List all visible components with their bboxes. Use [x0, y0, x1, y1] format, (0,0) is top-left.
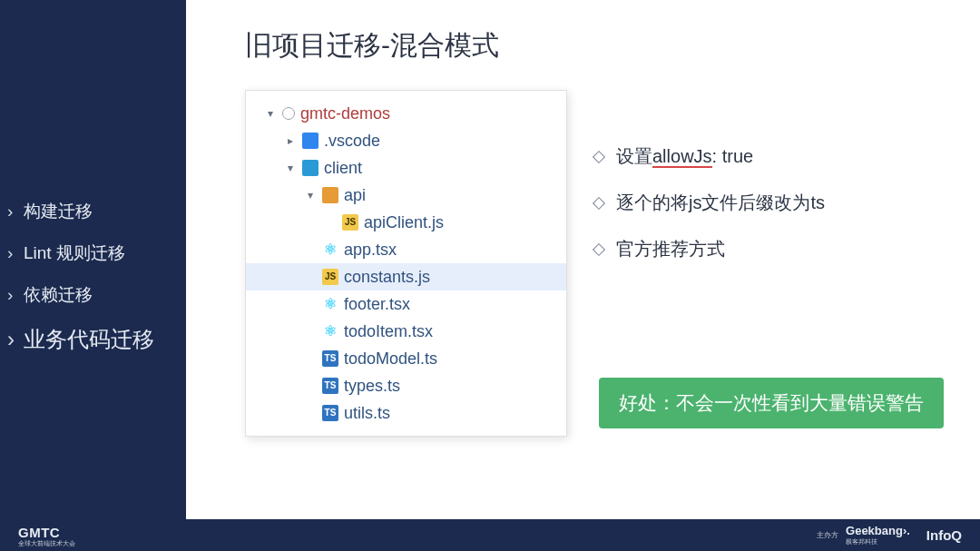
- tree-row[interactable]: TSutils.ts: [246, 399, 566, 427]
- tree-row[interactable]: .vscode: [246, 127, 566, 154]
- left-nav: ›构建迁移›Lint 规则迁移›依赖迁移›业务代码迁移: [0, 0, 186, 551]
- js-icon: JS: [342, 214, 358, 231]
- ts-icon: TS: [322, 350, 338, 367]
- brand-subtitle: 全球大前端技术大会: [18, 540, 75, 546]
- tree-row[interactable]: api: [246, 182, 566, 209]
- bullet-item: 逐个的将js文件后缀改为ts: [594, 191, 944, 215]
- content-card: 旧项目迁移-混合模式 gmtc-demos.vscodeclientapiJSa…: [186, 0, 980, 519]
- tree-row[interactable]: JSapiClient.js: [246, 209, 566, 236]
- file-name: utils.ts: [344, 405, 390, 421]
- tree-row[interactable]: TStypes.ts: [246, 372, 566, 399]
- file-name: gmtc-demos: [300, 105, 390, 122]
- file-name: app.tsx: [344, 241, 397, 258]
- bullet-item: 设置allowJs: true: [594, 144, 944, 169]
- nav-item-label: 构建迁移: [24, 200, 93, 223]
- geekbang-block: Geekbang›. 极客邦科技: [846, 524, 917, 546]
- nav-item[interactable]: ›Lint 规则迁移: [0, 232, 186, 274]
- nav-item[interactable]: ›业务代码迁移: [0, 316, 186, 363]
- diamond-bullet-icon: [593, 242, 605, 255]
- slide: ›构建迁移›Lint 规则迁移›依赖迁移›业务代码迁移 旧项目迁移-混合模式 g…: [0, 0, 980, 551]
- chevron-right-icon: ›: [7, 243, 16, 263]
- diamond-bullet-icon: [593, 150, 605, 162]
- page-title: 旧项目迁移-混合模式: [245, 27, 944, 64]
- react-icon: [322, 296, 338, 312]
- bullet-item: 官方推荐方式: [594, 237, 944, 261]
- tree-row[interactable]: todoItem.tsx: [246, 318, 566, 345]
- chevron-down-icon[interactable]: [284, 162, 297, 173]
- file-name: constants.js: [344, 269, 430, 285]
- js-icon: JS: [322, 269, 338, 285]
- folder-blue-icon: [302, 133, 318, 149]
- tree-row[interactable]: TStodoModel.ts: [246, 345, 566, 372]
- geekbang-logo: Geekbang›.: [846, 524, 910, 537]
- folder-orange-icon: [322, 187, 338, 203]
- bullet-text: 设置allowJs: true: [616, 144, 753, 169]
- react-icon: [322, 323, 338, 339]
- tree-row[interactable]: JSconstants.js: [246, 263, 566, 290]
- file-name: apiClient.js: [364, 214, 444, 231]
- file-name: todoItem.tsx: [344, 323, 433, 339]
- chevron-right-icon: ›: [7, 202, 16, 221]
- file-name: .vscode: [324, 133, 380, 149]
- file-name: api: [344, 187, 366, 203]
- tree-row[interactable]: footer.tsx: [246, 290, 566, 318]
- infoq-logo: InfoQ: [926, 527, 962, 543]
- tree-row[interactable]: app.tsx: [246, 236, 566, 263]
- file-name: client: [324, 160, 362, 176]
- chevron-right-icon[interactable]: [284, 135, 297, 146]
- react-icon: [322, 241, 338, 258]
- footer-bar: GMTC 全球大前端技术大会 主办方 Geekbang›. 极客邦科技 Info…: [0, 519, 980, 551]
- chevron-right-icon: ›: [7, 327, 16, 352]
- ts-icon: TS: [322, 378, 338, 394]
- footer-brand-block: GMTC 全球大前端技术大会: [18, 525, 75, 546]
- file-name: types.ts: [344, 378, 400, 394]
- geekbang-subtitle: 极客邦科技: [846, 537, 917, 546]
- callout-box: 好处：不会一次性看到大量错误警告: [599, 378, 944, 428]
- file-name: footer.tsx: [344, 296, 410, 312]
- circle-icon: [282, 107, 295, 120]
- file-name: todoModel.ts: [344, 350, 437, 367]
- folder-blue2-icon: [302, 160, 318, 176]
- nav-item-label: Lint 规则迁移: [24, 241, 125, 265]
- bullet-text: 官方推荐方式: [616, 237, 725, 261]
- tree-row[interactable]: gmtc-demos: [246, 100, 566, 127]
- tree-row[interactable]: client: [246, 154, 566, 182]
- host-label: 主办方: [817, 530, 838, 540]
- diamond-bullet-icon: [593, 196, 605, 209]
- file-tree: gmtc-demos.vscodeclientapiJSapiClient.js…: [245, 90, 567, 437]
- chevron-down-icon[interactable]: [264, 108, 277, 119]
- nav-item[interactable]: ›依赖迁移: [0, 274, 186, 316]
- chevron-down-icon[interactable]: [304, 190, 317, 201]
- nav-item-label: 业务代码迁移: [24, 325, 154, 354]
- nav-item-label: 依赖迁移: [24, 283, 93, 307]
- brand-logo: GMTC: [18, 525, 60, 540]
- chevron-right-icon: ›: [7, 285, 16, 305]
- nav-item[interactable]: ›构建迁移: [0, 191, 186, 232]
- ts-icon: TS: [322, 405, 338, 421]
- bullet-text: 逐个的将js文件后缀改为ts: [616, 191, 825, 215]
